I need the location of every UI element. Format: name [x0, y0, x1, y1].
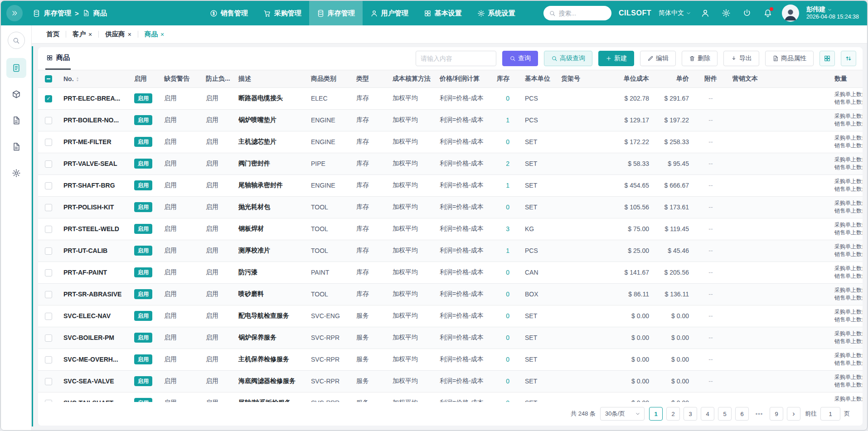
sort-toggle-button[interactable]: [841, 51, 856, 66]
filter-input[interactable]: [416, 51, 496, 66]
sidebar-item-2[interactable]: [6, 111, 26, 131]
sidebar-collapse-button[interactable]: [6, 5, 23, 21]
cell-stock[interactable]: 0: [488, 262, 514, 283]
row-checkbox[interactable]: [45, 226, 52, 233]
goto-page-input[interactable]: [820, 407, 840, 421]
cell-stock[interactable]: 0: [488, 131, 514, 153]
breadcrumb-root[interactable]: 库存管理: [44, 9, 71, 18]
sidebar-item-1[interactable]: [6, 84, 26, 104]
tab-客户[interactable]: 客户×: [67, 30, 97, 39]
page-button-3[interactable]: 3: [684, 407, 697, 421]
sidebar-item-0[interactable]: [6, 58, 26, 78]
cell-stock[interactable]: 0: [488, 327, 514, 349]
edit-button[interactable]: 编辑: [640, 51, 676, 66]
cell-stock[interactable]: 0: [488, 196, 514, 218]
row-checkbox[interactable]: [45, 182, 52, 189]
tab-供应商[interactable]: 供应商×: [100, 30, 137, 39]
global-search-input[interactable]: [559, 10, 604, 17]
menu-item-基本设置[interactable]: 基本设置: [416, 1, 470, 25]
row-checkbox[interactable]: [45, 160, 52, 168]
product-attrs-button[interactable]: 商品属性: [765, 51, 814, 66]
cell-stock[interactable]: 3: [488, 218, 514, 240]
row-checkbox[interactable]: [45, 247, 52, 255]
tab-商品[interactable]: 商品×: [139, 30, 170, 39]
cell-no[interactable]: PRT-ME-FILTER: [59, 131, 130, 153]
cell-no[interactable]: PRT-ELEC-BREA...: [59, 87, 130, 109]
menu-item-库存管理[interactable]: 库存管理: [309, 1, 363, 25]
user-icon-button[interactable]: [698, 6, 712, 20]
global-search[interactable]: [543, 6, 611, 20]
advanced-query-button[interactable]: 高级查询: [544, 51, 592, 66]
close-icon[interactable]: ×: [88, 31, 92, 38]
page-button-5[interactable]: 5: [718, 407, 732, 421]
export-button[interactable]: 导出: [723, 51, 759, 66]
close-icon[interactable]: ×: [160, 31, 164, 38]
page-button-1[interactable]: 1: [649, 407, 663, 421]
row-checkbox[interactable]: [45, 334, 52, 342]
row-checkbox[interactable]: [45, 313, 52, 320]
cell-stock[interactable]: 1: [488, 109, 514, 131]
panel-title-tab[interactable]: 商品: [45, 47, 71, 70]
menu-item-用户管理[interactable]: 用户管理: [363, 1, 416, 25]
page-button-9[interactable]: 9: [770, 407, 783, 421]
cell-no[interactable]: SVC-BOILER-PM: [59, 327, 130, 349]
row-checkbox[interactable]: [45, 291, 52, 298]
row-checkbox[interactable]: [45, 117, 52, 124]
cell-no[interactable]: PRT-POLISH-KIT: [59, 196, 130, 218]
cell-stock[interactable]: 2: [488, 153, 514, 174]
sort-icon[interactable]: ▲▼: [76, 77, 79, 82]
cell-no[interactable]: PRT-AF-PAINT: [59, 262, 130, 283]
page-button-2[interactable]: 2: [666, 407, 680, 421]
row-checkbox[interactable]: [45, 204, 52, 211]
view-grid-button[interactable]: [820, 51, 835, 66]
sidebar-search-button[interactable]: [8, 32, 25, 49]
cell-no[interactable]: PRT-SHAFT-BRG: [59, 174, 130, 196]
cell-no[interactable]: PRT-STEEL-WELD: [59, 218, 130, 240]
row-checkbox[interactable]: [45, 378, 52, 385]
cell-no[interactable]: SVC-ELEC-NAV: [59, 305, 130, 327]
close-icon[interactable]: ×: [128, 31, 131, 38]
menu-item-销售管理[interactable]: 销售管理: [202, 1, 256, 25]
row-checkbox[interactable]: [45, 139, 52, 146]
tab-首页[interactable]: 首页: [41, 30, 65, 39]
cell-stock[interactable]: 1: [488, 240, 514, 262]
cell-stock[interactable]: 1: [488, 174, 514, 196]
cell-no[interactable]: PRT-BOILER-NO...: [59, 109, 130, 131]
cell-no[interactable]: PRT-UT-CALIB: [59, 240, 130, 262]
cell-no[interactable]: SVC-SEA-VALVE: [59, 370, 130, 392]
user-info[interactable]: 彭伟建 2026-04-08 15:24:38: [806, 5, 859, 20]
cell-no[interactable]: PRT-SR-ABRASIVE: [59, 283, 130, 305]
cell-stock[interactable]: 0: [488, 283, 514, 305]
page-button-6[interactable]: 6: [735, 407, 749, 421]
cell-no[interactable]: SVC-ME-OVERH...: [59, 349, 130, 370]
query-button[interactable]: 查询: [502, 51, 538, 66]
breadcrumb-current[interactable]: 商品: [93, 9, 107, 18]
bell-icon-button[interactable]: [761, 6, 775, 20]
menu-item-采购管理[interactable]: 采购管理: [256, 1, 309, 25]
column-header-sel[interactable]: [38, 70, 59, 87]
cell-stock[interactable]: 0: [488, 392, 514, 402]
cell-stock[interactable]: 0: [488, 87, 514, 109]
cell-no[interactable]: PRT-VALVE-SEAL: [59, 153, 130, 174]
sidebar-item-3[interactable]: [6, 137, 26, 157]
column-header-no[interactable]: No.▲▼: [59, 70, 130, 87]
language-selector[interactable]: 简体中文: [659, 9, 691, 17]
user-avatar[interactable]: [782, 5, 799, 22]
create-button[interactable]: 新建: [598, 51, 634, 66]
row-checkbox[interactable]: [45, 95, 52, 102]
page-button-4[interactable]: 4: [701, 407, 714, 421]
delete-button[interactable]: 删除: [682, 51, 718, 66]
menu-item-系统设置[interactable]: 系统设置: [470, 1, 523, 25]
cell-stock[interactable]: 0: [488, 305, 514, 327]
power-icon-button[interactable]: [740, 6, 754, 20]
select-all-checkbox[interactable]: [45, 75, 52, 82]
sidebar-item-4[interactable]: [6, 163, 26, 183]
row-checkbox[interactable]: [45, 356, 52, 363]
next-page-button[interactable]: ›: [787, 407, 800, 421]
page-size-select[interactable]: 30条/页: [600, 407, 645, 421]
gear-icon-button[interactable]: [719, 6, 733, 20]
cell-stock[interactable]: 0: [488, 370, 514, 392]
cell-stock[interactable]: 0: [488, 349, 514, 370]
row-checkbox[interactable]: [45, 269, 52, 276]
cell-no[interactable]: SVC-TAILSHAFT...: [59, 392, 130, 402]
